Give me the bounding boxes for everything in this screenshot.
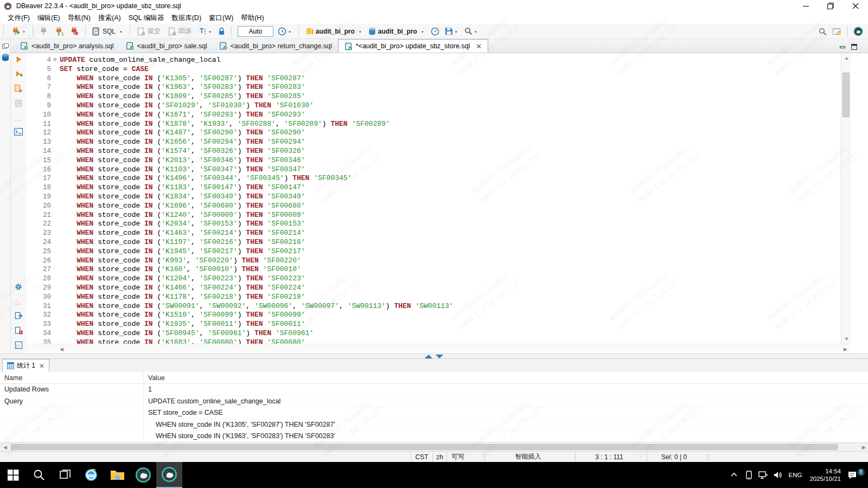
line-number: 22 xyxy=(26,220,53,229)
stats-row-4[interactable]: WHEN store_code IN ('K1963', 'SF00283') … xyxy=(0,431,868,442)
panel-splitter[interactable] xyxy=(0,354,868,359)
commit-mode-select[interactable]: Auto xyxy=(238,26,273,37)
scroll-up-arrow[interactable]: ▲ xyxy=(844,55,849,61)
fold-marker xyxy=(53,293,60,302)
reconnect-button[interactable] xyxy=(53,25,66,37)
sql-editor[interactable]: 4⊖UPDATE custom_online_sale_change_local… xyxy=(26,53,841,344)
database-selector[interactable]: audit_bi_pro▼ xyxy=(367,26,427,37)
line-number: 17 xyxy=(26,174,53,183)
editor-horizontal-scrollbar[interactable]: ◀ ▶ xyxy=(26,344,851,354)
connect-button[interactable] xyxy=(37,25,50,37)
dbeaver-perspective-icon[interactable] xyxy=(852,25,865,37)
execute-statement-icon[interactable] xyxy=(15,55,23,66)
stats-row-2[interactable]: SET store_code = CASE xyxy=(0,407,868,419)
tray-phone-icon[interactable] xyxy=(742,471,756,479)
search-button[interactable]: ▼ xyxy=(463,26,480,36)
settings-gear-icon[interactable] xyxy=(14,282,23,293)
execute-script-icon[interactable] xyxy=(15,85,23,95)
line-number: 21 xyxy=(26,211,53,220)
splitter-up-arrow[interactable] xyxy=(425,355,432,358)
scrollbar-thumb[interactable] xyxy=(843,73,850,117)
taskbar-explorer-button[interactable] xyxy=(104,462,130,488)
open-perspective-icon[interactable] xyxy=(831,26,843,37)
scrollbar-thumb[interactable] xyxy=(11,444,838,450)
stats-col-value[interactable]: Value xyxy=(144,374,165,382)
menu-item-7[interactable]: 帮助(H) xyxy=(237,12,267,24)
transaction-mode-button[interactable]: T▼ xyxy=(197,26,214,36)
line-number: 27 xyxy=(26,265,53,274)
scroll-left-arrow[interactable]: ◀ xyxy=(3,445,7,450)
quick-access-search-icon[interactable] xyxy=(817,27,828,37)
editor-tab-2[interactable]: <audit_bi_pro> return_change.sql xyxy=(213,39,338,53)
menu-item-5[interactable]: 数据库(D) xyxy=(168,12,205,24)
new-connection-button[interactable]: ▼ xyxy=(9,25,28,37)
editor-tab-0[interactable]: <audit_bi_pro> analysis.sql xyxy=(14,39,120,53)
code-line-23: 23 WHEN store_code IN ('K1463', 'SF00214… xyxy=(26,229,841,238)
document-output-icon[interactable]: (.) xyxy=(15,341,23,351)
tray-chevron-icon[interactable] xyxy=(727,471,742,479)
scroll-left-arrow[interactable]: ◀ xyxy=(60,346,63,352)
explain-plan-icon[interactable] xyxy=(15,99,23,110)
restore-panel-icon[interactable] xyxy=(0,43,10,49)
document-error-icon[interactable] xyxy=(15,326,23,337)
taskbar-search-button[interactable] xyxy=(26,462,52,488)
taskbar-ie-button[interactable] xyxy=(78,462,104,488)
stats-tab[interactable]: 统计 1 ✕ xyxy=(2,359,49,372)
taskbar-task-view-button[interactable] xyxy=(52,462,78,488)
tray-network-icon[interactable] xyxy=(756,471,771,479)
menu-item-2[interactable]: 导航(N) xyxy=(64,12,94,24)
fold-marker[interactable]: ⊖ xyxy=(53,56,60,65)
maximize-editor-icon[interactable] xyxy=(851,42,857,52)
close-button[interactable] xyxy=(843,0,868,12)
connection-selector[interactable]: audit_bi_pro▼ xyxy=(304,26,365,36)
stats-row-1[interactable]: QueryUPDATE custom_online_sale_change_lo… xyxy=(0,396,868,408)
fold-marker xyxy=(53,192,60,202)
main-toolbar: ▼SQL▼提交回滚T▼Auto▼audit_bi_pro▼audit_bi_pr… xyxy=(0,24,868,39)
stats-row-0[interactable]: Updated Rows1 xyxy=(0,384,868,396)
menu-item-6[interactable]: 窗口(W) xyxy=(205,12,237,24)
menu-item-0[interactable]: 文件(F) xyxy=(4,12,34,24)
line-number: 14 xyxy=(26,147,53,156)
stats-col-name[interactable]: Name xyxy=(0,372,144,383)
status-menu-dots[interactable]: ⋮ xyxy=(703,452,714,462)
stats-horizontal-scrollbar[interactable]: ◀ ▶ xyxy=(0,442,868,451)
scroll-right-arrow[interactable]: ▶ xyxy=(844,346,847,352)
disconnect-button[interactable] xyxy=(68,25,81,37)
rollback-button[interactable]: 回滚 xyxy=(167,25,195,37)
editor-tab-1[interactable]: <audit_bi_pro> sale.sql xyxy=(120,39,213,53)
tray-clock[interactable]: 14:542025/10/21 xyxy=(809,467,841,483)
menu-item-1[interactable]: 编辑(E) xyxy=(34,12,64,24)
tray-volume-icon[interactable] xyxy=(771,471,786,479)
lock-icon[interactable] xyxy=(216,26,227,36)
minimize-button[interactable] xyxy=(793,0,818,12)
transaction-log-button[interactable]: ▼ xyxy=(276,26,294,37)
editor-tab-3[interactable]: *<audit_bi_pro> update_sbz_store.sql✕ xyxy=(338,39,488,53)
taskbar-dbeaver-active[interactable] xyxy=(156,462,182,488)
splitter-down-arrow[interactable] xyxy=(436,355,443,358)
export-result-icon[interactable] xyxy=(15,312,23,322)
save-button[interactable]: ▼ xyxy=(443,26,461,36)
scroll-down-arrow[interactable]: ▼ xyxy=(844,336,849,342)
dashboard-button[interactable] xyxy=(429,26,441,37)
menu-item-3[interactable]: 搜索(A) xyxy=(94,12,125,24)
restore-button[interactable] xyxy=(818,0,843,12)
code-line-10: 10 WHEN store_code IN ('K1671', 'SF00293… xyxy=(26,111,841,120)
menu-item-4[interactable]: SQL 编辑器 xyxy=(125,12,168,24)
execute-new-tab-icon[interactable] xyxy=(15,70,23,80)
close-tab-icon[interactable]: ✕ xyxy=(476,42,482,50)
taskbar-dbeaver-button[interactable] xyxy=(130,462,156,488)
close-tab-icon[interactable]: ✕ xyxy=(39,362,44,370)
sql-editor-button[interactable]: SQL▼ xyxy=(90,26,125,37)
taskbar-start-button[interactable] xyxy=(0,462,26,488)
stats-row-3[interactable]: WHEN store_code IN ('K1305', 'SF00287') … xyxy=(0,419,868,431)
fold-marker xyxy=(53,74,60,84)
dbeaver-app-icon xyxy=(4,2,12,10)
editor-vertical-scrollbar[interactable]: ▲ ▼ xyxy=(841,53,851,344)
open-console-icon[interactable] xyxy=(14,128,23,138)
minimize-editor-icon[interactable] xyxy=(840,42,846,52)
commit-button[interactable]: 提交 xyxy=(136,25,164,37)
notification-center-icon[interactable]: 8 xyxy=(845,471,865,480)
scroll-right-arrow[interactable]: ▶ xyxy=(862,445,866,450)
database-navigator-icon[interactable] xyxy=(0,54,10,62)
tray-language[interactable]: ENG xyxy=(789,472,802,478)
